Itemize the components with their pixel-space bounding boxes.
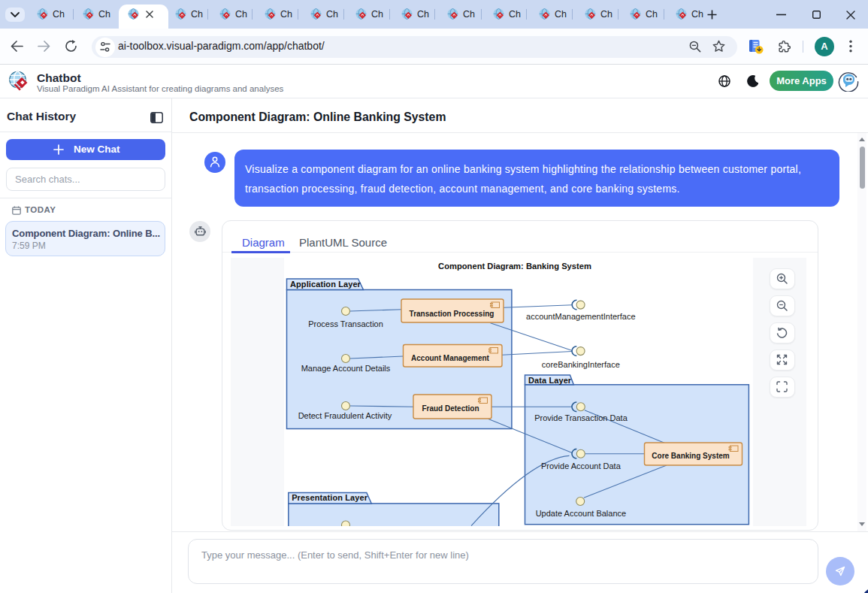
- svg-text:Presentation Layer: Presentation Layer: [292, 493, 367, 502]
- svg-text:Application Layer: Application Layer: [290, 280, 361, 289]
- svg-text:Data Layer: Data Layer: [528, 376, 572, 385]
- svg-text:Provide Account Data: Provide Account Data: [541, 461, 622, 470]
- svg-text:Fraud Detection: Fraud Detection: [422, 404, 479, 413]
- svg-text:accountManagementInterface: accountManagementInterface: [526, 312, 636, 321]
- svg-text:Core Banking System: Core Banking System: [652, 452, 729, 460]
- svg-text:Account Management: Account Management: [411, 354, 490, 362]
- svg-text:Transaction Processing: Transaction Processing: [410, 310, 494, 318]
- svg-text:Detect Fraudulent Activity: Detect Fraudulent Activity: [298, 411, 392, 420]
- svg-text:coreBankingInterface: coreBankingInterface: [542, 360, 620, 369]
- svg-text:Update Account Balance: Update Account Balance: [536, 509, 626, 518]
- svg-text:Manage Account Details: Manage Account Details: [301, 364, 391, 373]
- svg-text:Component Diagram: Banking Sys: Component Diagram: Banking System: [438, 262, 591, 271]
- svg-text:Process Transaction: Process Transaction: [308, 319, 383, 328]
- svg-text:Provide Transaction Data: Provide Transaction Data: [534, 413, 628, 422]
